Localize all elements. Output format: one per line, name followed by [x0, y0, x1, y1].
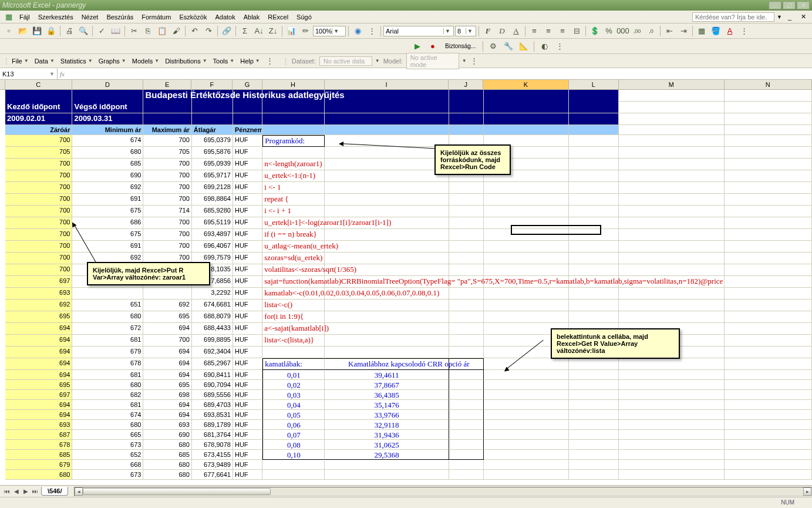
cell-avg[interactable]: 690,7094: [192, 380, 233, 390]
cell-min[interactable]: 668: [72, 460, 143, 470]
italic-icon[interactable]: D: [496, 25, 508, 38]
kamat-v[interactable]: 33,9766: [325, 410, 449, 420]
tab-last-icon[interactable]: ⏭: [31, 488, 40, 494]
font-dropdown[interactable]: Arial▼: [383, 26, 454, 36]
cell-avg[interactable]: 688,8079: [192, 311, 233, 323]
cell-min[interactable]: 680: [72, 420, 143, 430]
rexcel-grip-icon[interactable]: ⋮: [4, 55, 8, 68]
cell-max[interactable]: 694: [143, 370, 191, 380]
cell-max[interactable]: 700: [143, 170, 191, 182]
col-header-J[interactable]: J: [449, 80, 483, 90]
cell-min[interactable]: 682: [72, 390, 143, 400]
close-button[interactable]: ✕: [797, 1, 810, 9]
cell-cur[interactable]: HUF: [233, 253, 262, 264]
kamat-v[interactable]: 31,0625: [325, 440, 449, 450]
rexcel-graphs[interactable]: Graphs▼: [96, 56, 129, 66]
cell-cur[interactable]: HUF: [233, 288, 262, 300]
cell-avg[interactable]: 699,8895: [192, 335, 233, 346]
name-box[interactable]: K13 ▼: [0, 69, 58, 79]
cell-zaroar[interactable]: 680: [5, 470, 72, 480]
print-preview-icon[interactable]: 🔍: [77, 25, 90, 38]
cell-min[interactable]: 673: [72, 470, 143, 480]
col-header-M[interactable]: M: [619, 80, 725, 90]
spelling-icon[interactable]: ✓: [95, 25, 108, 38]
cell-cur[interactable]: HUF: [233, 380, 262, 390]
scroll-thumb[interactable]: [83, 488, 271, 495]
cell-min[interactable]: 680: [72, 380, 143, 390]
cell-cur[interactable]: HUF: [233, 229, 262, 241]
tab-prev-icon[interactable]: ◀: [12, 488, 21, 494]
rexcel-options-icon[interactable]: ⋮: [264, 55, 277, 68]
model-field[interactable]: No active mode: [406, 53, 459, 69]
increase-indent-icon[interactable]: ⇥: [677, 25, 690, 38]
code-cell[interactable]: [262, 147, 325, 159]
code-cell[interactable]: i <- 1: [262, 182, 325, 194]
rexcel-file[interactable]: File▼: [9, 56, 31, 66]
cell-cur[interactable]: HUF: [233, 300, 262, 311]
kamat-v[interactable]: 32,9118: [325, 420, 449, 430]
kamat-k[interactable]: 0,02: [262, 380, 325, 390]
cell-cur[interactable]: HUF: [233, 241, 262, 253]
cell-avg[interactable]: 688,4433: [192, 323, 233, 335]
menu-format[interactable]: Formátum: [137, 12, 175, 22]
cell-zaroar[interactable]: 694: [5, 410, 72, 420]
cell-zaroar[interactable]: 694: [5, 323, 72, 335]
cell-min[interactable]: 686: [72, 217, 143, 229]
borders-icon[interactable]: ▦: [695, 25, 708, 38]
cell-cur[interactable]: HUF: [233, 147, 262, 159]
cell-avg[interactable]: 673,4155: [192, 450, 233, 460]
excel-icon[interactable]: ▦: [2, 11, 15, 23]
cell-zaroar[interactable]: 692: [5, 300, 72, 311]
cell-min[interactable]: 680: [72, 147, 143, 159]
cell-zaroar[interactable]: 687: [5, 430, 72, 440]
security-button[interactable]: Biztonság...: [442, 42, 479, 50]
decrease-indent-icon[interactable]: ⇤: [663, 25, 676, 38]
bold-icon[interactable]: F: [481, 25, 494, 38]
cell-zaroar[interactable]: 700: [5, 253, 72, 264]
rexcel-options2-icon[interactable]: ⋮: [468, 55, 481, 68]
cell-max[interactable]: 694: [143, 323, 191, 335]
rexcel-help[interactable]: Help▼: [238, 56, 262, 66]
code-cell[interactable]: lista<-c(): [262, 300, 325, 311]
toolbar-chevron-icon[interactable]: ⋮: [737, 25, 750, 38]
tab-next-icon[interactable]: ▶: [21, 488, 31, 494]
cell-max[interactable]: 705: [143, 147, 191, 159]
cell-avg[interactable]: 699,2128: [192, 182, 233, 194]
cell-cur[interactable]: HUF: [233, 217, 262, 229]
cell-max[interactable]: 698: [143, 390, 191, 400]
code-cell[interactable]: for(i in 1:9){: [262, 311, 325, 323]
cell-cur[interactable]: HUF: [233, 460, 262, 470]
sort-desc-icon[interactable]: Z↓: [267, 25, 279, 38]
format-painter-icon[interactable]: 🖌: [170, 25, 183, 38]
underline-icon[interactable]: A: [510, 25, 523, 38]
cell-zaroar[interactable]: 705: [5, 147, 72, 159]
cell-zaroar[interactable]: 700: [5, 217, 72, 229]
cell-cur[interactable]: HUF: [233, 194, 262, 206]
cell-title[interactable]: [5, 90, 72, 102]
menu-data[interactable]: Adatok: [211, 12, 239, 22]
cell-cur[interactable]: HUF: [233, 400, 262, 410]
cell-cur[interactable]: HUF: [233, 410, 262, 420]
cell-max[interactable]: 694: [143, 400, 191, 410]
cell-min[interactable]: 690: [72, 170, 143, 182]
cell-cur[interactable]: HUF: [233, 370, 262, 380]
cell-zaroar[interactable]: 695: [5, 311, 72, 323]
cell-cur[interactable]: HUF: [233, 450, 262, 460]
cell-avg[interactable]: 696,4067: [192, 241, 233, 253]
cell-avg[interactable]: 681,3764: [192, 430, 233, 440]
cell-avg[interactable]: 693,4897: [192, 229, 233, 241]
cell-zaroar[interactable]: 693: [5, 288, 72, 300]
col-header-C[interactable]: C: [5, 80, 72, 90]
align-right-icon[interactable]: ≡: [556, 25, 569, 38]
cell-min[interactable]: 685: [72, 159, 143, 170]
cut-icon[interactable]: ✂: [127, 25, 140, 38]
undo-icon[interactable]: ↶: [188, 25, 201, 38]
save-icon[interactable]: 💾: [31, 25, 43, 38]
cell-cur[interactable]: HUF: [233, 182, 262, 194]
menu-view[interactable]: Nézet: [78, 12, 103, 22]
col-header-D[interactable]: D: [72, 80, 143, 90]
kamat-v[interactable]: 39,4611: [325, 370, 449, 380]
cell-zaroar[interactable]: 694: [5, 346, 72, 358]
code-cell[interactable]: sajat=function(kamatlab)CRRBinomialTreeO…: [262, 276, 325, 288]
cell-cur[interactable]: HUF: [233, 264, 262, 276]
